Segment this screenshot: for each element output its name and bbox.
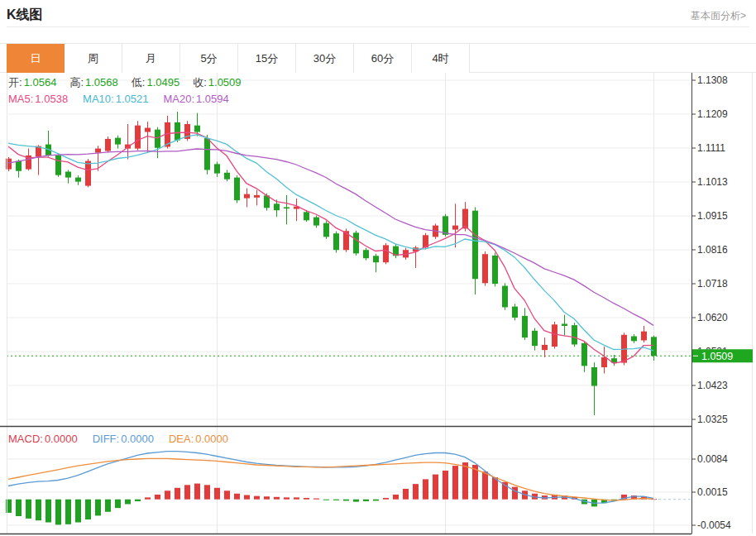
macd-hist-bar (333, 500, 339, 500)
ma-2-value: 1.0594 (196, 93, 229, 105)
macd-hist-bar (175, 488, 180, 500)
macd-hist-bar (204, 485, 210, 499)
main-tick-label: 1.0423 (697, 380, 728, 391)
macd-hist-bar (323, 500, 329, 500)
main-tick-label: 1.0325 (697, 414, 728, 425)
ma10-line (8, 135, 653, 351)
candle-down (224, 173, 230, 179)
macd-hist-bar (135, 500, 141, 501)
ohlc-legend: 开:1.0564高:1.0568低:1.0495收:1.0509 (8, 75, 255, 90)
candle-up (383, 245, 389, 262)
macd-hist-bar (492, 477, 498, 500)
macd-hist-bar (65, 500, 71, 524)
macd-hist-bar (443, 471, 448, 500)
candle-down (581, 343, 587, 366)
macd-tick-label: -0.0054 (697, 519, 731, 531)
ohlc-0-value: 1.0564 (24, 76, 57, 89)
ma-2-label: MA20: (163, 93, 194, 105)
macd-hist-bar (165, 491, 170, 499)
macd-hist-bar (313, 499, 319, 500)
candle-down (274, 203, 280, 210)
ohlc-1-label: 高: (69, 76, 84, 89)
candle-down (591, 367, 597, 386)
ohlc-3-label: 收: (193, 76, 207, 89)
ma20-line (8, 149, 653, 325)
macd-hist-bar (145, 497, 151, 499)
macd-hist-bar (85, 500, 91, 519)
candle-down (572, 325, 577, 344)
macd-hist-bar (214, 488, 220, 500)
candle-down (214, 164, 220, 173)
macd-hist-bar (413, 484, 419, 500)
macd-hist-bar (194, 484, 200, 500)
candle-down (304, 212, 309, 220)
candle-down (651, 337, 657, 356)
macd-hist-bar (16, 500, 22, 516)
macd-1-value: 0.0000 (121, 433, 154, 445)
macd-hist-bar (105, 500, 111, 512)
candle-down (443, 216, 448, 235)
macd-hist-bar (482, 471, 488, 500)
macd-tick-label: 0.0084 (697, 453, 728, 465)
macd-hist-bar (294, 497, 299, 499)
macd-0-value: 0.0000 (45, 433, 78, 445)
macd-hist-bar (512, 487, 518, 500)
candle-down (155, 130, 160, 148)
candle-up (85, 161, 91, 186)
candle-down (16, 161, 22, 171)
macd-hist-bar (363, 500, 369, 501)
candle-down (631, 336, 637, 341)
main-tick-label: 1.0816 (697, 244, 728, 256)
candle-down (333, 233, 339, 250)
macd-hist-bar (75, 500, 81, 523)
macd-hist-bar (155, 495, 160, 500)
ohlc-3-value: 1.0509 (208, 76, 242, 89)
macd-1-label: DIFF: (93, 433, 120, 445)
macd-2-value: 0.0000 (195, 433, 228, 445)
candle-down (562, 323, 567, 326)
macd-hist-bar (234, 494, 240, 500)
macd-hist-bar (45, 500, 51, 523)
candle-down (313, 218, 319, 226)
ma-0-value: 1.0538 (35, 93, 68, 105)
last-price-badge-label: 1.0509 (701, 351, 733, 362)
main-tick-label: 1.1209 (697, 108, 728, 120)
macd-hist-bar (403, 489, 409, 500)
candle-up (601, 357, 607, 367)
candle-down (363, 250, 369, 258)
macd-hist-bar (224, 491, 230, 499)
macd-hist-bar (452, 466, 458, 500)
ma-0-label: MA5: (8, 93, 33, 105)
ohlc-0-label: 开: (8, 76, 22, 89)
macd-legend: MACD:0.0000DIFF:0.0000DEA:0.0000 (8, 433, 243, 445)
candle-down (512, 307, 518, 318)
candle-up (105, 139, 111, 151)
main-tick-label: 1.1308 (697, 74, 728, 86)
candle-up (482, 254, 488, 283)
ohlc-2-value: 1.0495 (146, 76, 179, 89)
macd-hist-bar (433, 475, 438, 500)
macd-hist-bar (343, 500, 349, 501)
macd-0-label: MACD: (8, 433, 43, 445)
candle-down (55, 156, 61, 175)
macd-hist-bar (462, 462, 468, 500)
candle-up (254, 195, 260, 198)
candle-down (472, 211, 478, 280)
main-tick-label: 1.1013 (697, 176, 728, 188)
candle-down (115, 138, 121, 145)
candle-down (75, 178, 81, 182)
ohlc-2-label: 低: (132, 76, 146, 89)
ohlc-1-value: 1.0568 (85, 76, 118, 89)
main-tick-label: 1.0718 (697, 278, 728, 290)
macd-hist-bar (393, 495, 399, 500)
candle-down (353, 232, 359, 253)
main-tick-label: 1.0915 (697, 210, 728, 222)
ma-legend: MA5:1.0538MA10:1.0521MA20:1.0594 (8, 93, 244, 105)
kline-widget: K线图 基本面分析> 日周月5分15分30分60分4时 1.13081.1209… (0, 0, 756, 536)
macd-tick-label: 0.0015 (697, 486, 728, 498)
candle-down (522, 316, 528, 337)
candle-down (284, 207, 289, 208)
macd-hist-bar (125, 500, 131, 505)
candle-down (492, 256, 498, 284)
macd-hist-bar (55, 500, 61, 525)
